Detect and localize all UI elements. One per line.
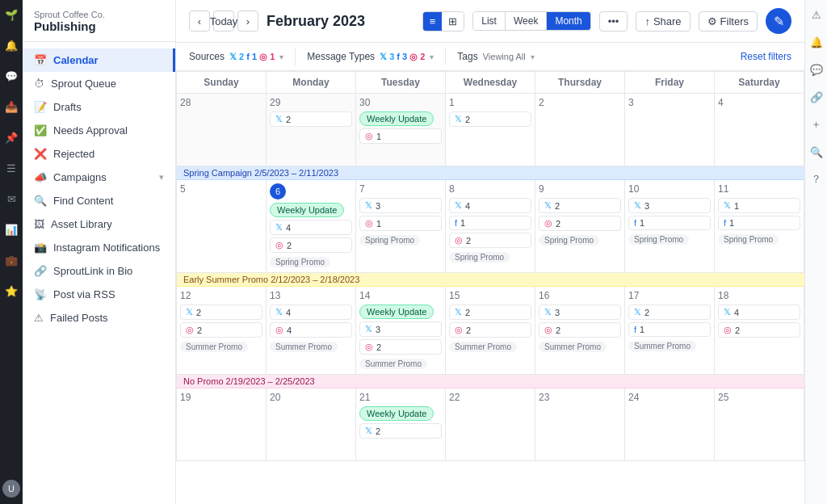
weekly-update-chip[interactable]: Weekly Update	[359, 406, 434, 421]
event-chip[interactable]: 𝕏 2	[449, 111, 531, 127]
day-cell-feb11[interactable]: 11 𝕏 1 f 1 Spring Promo	[715, 180, 804, 273]
chat-icon[interactable]: 💬	[3, 68, 19, 84]
event-chip[interactable]: f 1	[449, 216, 531, 230]
day-cell-feb1[interactable]: 1 𝕏 2	[446, 94, 535, 166]
event-chip[interactable]: 𝕏 4	[718, 304, 800, 320]
sidebar-item-post-rss[interactable]: 📡 Post via RSS	[23, 283, 175, 306]
notification-icon[interactable]: 🔔	[808, 34, 825, 50]
message-types-filter[interactable]: Message Types 𝕏 3 f 3 ◎ 2 ▾	[307, 48, 446, 65]
day-cell-feb2[interactable]: 2	[535, 94, 625, 166]
day-cell-feb10[interactable]: 10 𝕏 3 f 1 Spring Promo	[625, 180, 715, 273]
day-cell-feb24[interactable]: 24	[625, 388, 715, 461]
day-cell-feb19[interactable]: 19	[177, 388, 267, 461]
day-cell-feb23[interactable]: 23	[535, 388, 625, 461]
event-chip[interactable]: 𝕏 2	[628, 304, 711, 320]
event-chip[interactable]: f 1	[628, 216, 711, 230]
event-chip[interactable]: ◎ 2	[270, 237, 352, 253]
event-chip[interactable]: ◎ 2	[449, 322, 531, 338]
day-cell-feb25[interactable]: 25	[715, 388, 804, 461]
sidebar-item-failed-posts[interactable]: ⚠ Failed Posts	[23, 306, 175, 330]
day-cell-feb7[interactable]: 7 𝕏 3 ◎ 1 Spring Promo	[356, 180, 446, 273]
event-chip[interactable]: ◎ 4	[270, 322, 352, 338]
day-cell-feb5[interactable]: 5	[177, 180, 267, 273]
day-cell-feb6[interactable]: 6 Weekly Update 𝕏 4 ◎ 2 Spring Promo	[267, 180, 356, 273]
event-chip[interactable]: 𝕏 3	[628, 198, 711, 213]
day-cell-feb16[interactable]: 16 𝕏 3 ◎ 2 Summer Promo	[535, 287, 625, 375]
share-button[interactable]: ↑ Share	[636, 11, 690, 32]
event-chip[interactable]: ◎ 2	[718, 322, 800, 338]
star-icon[interactable]: ⭐	[3, 283, 19, 299]
event-chip[interactable]: ◎ 2	[539, 322, 621, 338]
event-chip[interactable]: ◎ 2	[449, 233, 531, 248]
event-chip[interactable]: ◎ 2	[180, 322, 262, 338]
day-cell-feb21[interactable]: 21 Weekly Update 𝕏 2	[356, 388, 446, 461]
day-cell-feb8[interactable]: 8 𝕏 4 f 1 ◎ 2 Spring Promo	[446, 180, 535, 273]
event-chip[interactable]: 𝕏 3	[539, 304, 621, 320]
event-chip[interactable]: f 1	[718, 216, 800, 230]
sidebar-item-drafts[interactable]: 📝 Drafts	[23, 95, 175, 119]
day-cell-feb13[interactable]: 13 𝕏 4 ◎ 4 Summer Promo	[267, 287, 356, 375]
comment-icon[interactable]: 💬	[808, 61, 825, 78]
day-cell-feb9[interactable]: 9 𝕏 2 ◎ 2 Spring Promo	[535, 180, 625, 273]
day-cell-feb14[interactable]: 14 Weekly Update 𝕏 3 ◎ 2 Summer Promo	[356, 287, 446, 375]
day-cell-jan28[interactable]: 28	[177, 94, 267, 166]
sidebar-item-sproutlink[interactable]: 🔗 SproutLink in Bio	[23, 259, 175, 283]
event-chip[interactable]: 𝕏 4	[270, 304, 352, 320]
pin-icon[interactable]: 📌	[3, 129, 19, 145]
more-button[interactable]: •••	[599, 11, 628, 32]
weekly-update-chip[interactable]: Weekly Update	[359, 304, 434, 319]
sidebar-item-campaigns[interactable]: 📣 Campaigns ▾	[23, 166, 175, 189]
question-icon[interactable]: ？	[808, 171, 825, 187]
event-chip[interactable]: 𝕏 4	[449, 198, 531, 213]
sidebar-item-asset-library[interactable]: 🖼 Asset Library	[23, 212, 175, 236]
briefcase-icon[interactable]: 💼	[3, 252, 19, 268]
plus-icon[interactable]: ＋	[808, 116, 825, 132]
reset-filters-button[interactable]: Reset filters	[741, 51, 791, 62]
alert-icon[interactable]: ⚠	[808, 6, 825, 23]
day-cell-feb18[interactable]: 18 𝕏 4 ◎ 2	[715, 287, 804, 375]
search-icon[interactable]: 🔍	[808, 144, 825, 160]
event-chip[interactable]: ◎ 2	[359, 339, 442, 355]
month-view-button[interactable]: Month	[547, 12, 590, 30]
event-chip[interactable]: 𝕏 2	[359, 423, 442, 439]
prev-button[interactable]: ‹	[189, 10, 210, 32]
sidebar-item-needs-approval[interactable]: ✅ Needs Approval	[23, 119, 175, 142]
home-icon[interactable]: 🌱	[3, 6, 19, 23]
week-view-button[interactable]: Week	[506, 12, 547, 30]
tags-filter[interactable]: Tags Viewing All ▾	[457, 48, 545, 65]
weekly-update-chip[interactable]: Weekly Update	[359, 111, 434, 126]
day-cell-feb22[interactable]: 22	[446, 388, 535, 461]
sidebar-item-find-content[interactable]: 🔍 Find Content	[23, 189, 175, 212]
compose-button[interactable]: ✎	[766, 8, 791, 34]
send-icon[interactable]: ✉	[3, 191, 19, 207]
list-icon[interactable]: ☰	[3, 160, 19, 176]
sidebar-item-sprout-queue[interactable]: ⏱ Sprout Queue	[23, 72, 175, 95]
event-chip[interactable]: ◎ 1	[359, 216, 442, 231]
day-cell-feb15[interactable]: 15 𝕏 2 ◎ 2 Summer Promo	[446, 287, 535, 375]
event-chip[interactable]: 𝕏 3	[359, 198, 442, 213]
list-view-button[interactable]: List	[473, 12, 506, 30]
bell-icon[interactable]: 🔔	[3, 37, 19, 53]
filters-button[interactable]: ⚙ Filters	[699, 11, 758, 32]
column-view-button[interactable]: ⊞	[442, 12, 464, 31]
day-cell-feb20[interactable]: 20	[267, 388, 356, 461]
day-cell-jan29[interactable]: 29 𝕏 2	[267, 94, 356, 166]
grid-view-button[interactable]: ≡	[423, 12, 443, 31]
weekly-update-chip[interactable]: Weekly Update	[270, 203, 344, 217]
event-chip[interactable]: 𝕏 2	[180, 304, 262, 320]
day-cell-feb17[interactable]: 17 𝕏 2 f 1 Summer Promo	[625, 287, 715, 375]
event-chip[interactable]: f 1	[628, 322, 711, 337]
avatar-icon[interactable]: U	[2, 480, 20, 498]
sidebar-item-rejected[interactable]: ❌ Rejected	[23, 142, 175, 166]
day-cell-jan30[interactable]: 30 Weekly Update ◎ 1	[356, 94, 446, 166]
sidebar-item-instagram-notifications[interactable]: 📸 Instagram Notifications	[23, 236, 175, 259]
today-button[interactable]: Today	[213, 10, 234, 32]
event-chip[interactable]: 𝕏 2	[539, 198, 621, 213]
day-cell-feb12[interactable]: 12 𝕏 2 ◎ 2 Summer Promo	[177, 287, 267, 375]
next-button[interactable]: ›	[237, 10, 258, 32]
chart-icon[interactable]: 📊	[3, 221, 19, 237]
link2-icon[interactable]: 🔗	[808, 89, 825, 105]
event-chip[interactable]: 𝕏 3	[359, 321, 442, 337]
event-chip[interactable]: ◎ 2	[539, 216, 621, 231]
sources-filter[interactable]: Sources 𝕏 2 f 1 ◎ 1 ▾	[189, 48, 296, 65]
